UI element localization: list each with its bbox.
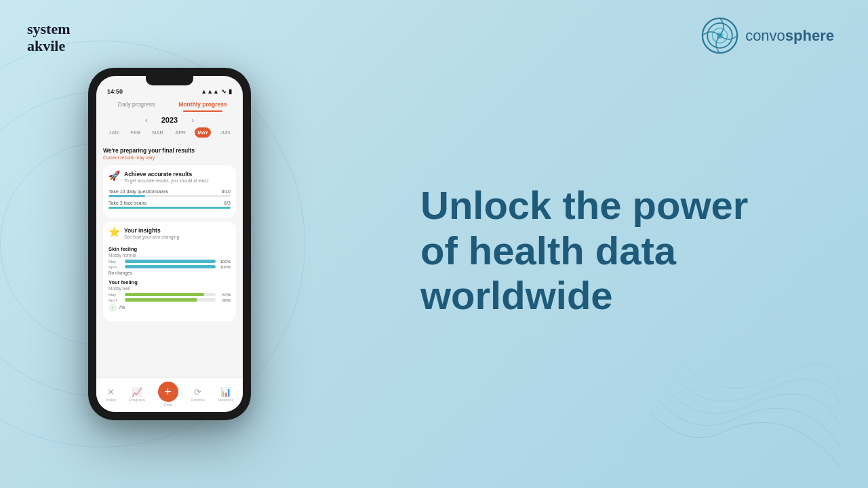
- month-apr[interactable]: APR: [172, 127, 188, 138]
- nav-statistics[interactable]: 📊 Statistics: [218, 387, 234, 402]
- accurate-results-card: 🚀 Achieve accurate results To get accura…: [103, 165, 236, 218]
- insights-title-area: Your insights See how your skin changing: [124, 227, 179, 240]
- skin-may-bar-fill: [125, 260, 216, 263]
- nav-today-label: Today: [105, 398, 116, 402]
- add-data-button[interactable]: +: [158, 382, 178, 402]
- feeling-may-bar-bg: [125, 293, 216, 296]
- month-mar[interactable]: MAR: [149, 127, 166, 138]
- your-feeling-label: Your feeling: [108, 279, 231, 285]
- month-jan[interactable]: JAN: [106, 127, 121, 138]
- calendar-next-arrow[interactable]: ›: [191, 116, 194, 124]
- insights-card: ⭐ Your insights See how your skin changi…: [103, 222, 236, 321]
- month-may[interactable]: MAY: [195, 127, 211, 138]
- nav-routine-label: Routine: [191, 398, 205, 402]
- card-header: 🚀 Achieve accurate results To get accura…: [108, 171, 231, 184]
- status-time: 14:50: [107, 88, 123, 95]
- feeling-april-pct: 80%: [218, 298, 231, 302]
- skin-april-bar-bg: [125, 265, 216, 268]
- insights-title: Your insights: [124, 227, 179, 234]
- nav-today[interactable]: ✕ Today: [105, 387, 116, 402]
- feeling-april-bar-fill: [125, 298, 197, 302]
- preparing-subtitle: Current results may vary: [103, 155, 236, 160]
- convosphere-icon: [701, 17, 738, 54]
- feeling-may-pct: 87%: [218, 293, 231, 297]
- feeling-april-bar-row: April 80%: [108, 298, 231, 302]
- skin-april-bar-fill: [125, 265, 216, 268]
- feeling-may-label: May: [108, 293, 122, 297]
- feeling-change: ↑ 7%: [108, 304, 231, 312]
- skin-may-bar-bg: [125, 260, 216, 263]
- progress-icon: 📈: [132, 387, 142, 397]
- month-feb[interactable]: FEB: [127, 127, 143, 138]
- calendar-months: JAN FEB MAR APR MAY JUN: [103, 127, 236, 138]
- tab-monthly-progress[interactable]: Monthly progress: [170, 98, 236, 112]
- feeling-april-bar-bg: [125, 298, 216, 302]
- task-questionnaires-label: Take 10 daily questionnaires: [108, 189, 168, 194]
- task-questionnaires: Take 10 daily questionnaires 3/10: [108, 189, 231, 197]
- phone-screen: 14:50 ▲▲▲ ∿ ▮ Daily progress Monthly pro…: [96, 76, 243, 412]
- battery-icon: ▮: [229, 88, 232, 95]
- month-jun[interactable]: JUN: [218, 127, 233, 138]
- preparing-section: We're preparing your final results Curre…: [103, 146, 236, 161]
- calendar-year: 2023: [161, 116, 178, 124]
- brand-logo-system-akvile: system akvile: [27, 20, 71, 55]
- skin-april-label: April: [108, 265, 122, 269]
- task-questionnaires-bar-bg: [108, 195, 231, 197]
- skin-change: No changes: [108, 270, 231, 275]
- phone-notch: [146, 76, 193, 85]
- task-face-scans-label: Take 3 face scans: [108, 201, 146, 205]
- headline-text: Unlock the power of health data worldwid…: [420, 183, 814, 319]
- insights-subtitle: See how your skin changing: [124, 235, 179, 240]
- skin-may-pct: 100%: [218, 260, 231, 264]
- card-subtitle: To get accurate results, you should at l…: [124, 178, 209, 184]
- brand-logo-convosphere: convosphere: [701, 17, 834, 54]
- task-face-scans-bar-bg: [108, 207, 231, 209]
- calendar-prev-arrow[interactable]: ‹: [145, 116, 148, 124]
- bottom-navigation: ✕ Today 📈 Progress + Data ⟳ Routine 📊: [96, 378, 243, 412]
- statistics-icon: 📊: [220, 387, 231, 397]
- phone-frame: 14:50 ▲▲▲ ∿ ▮ Daily progress Monthly pro…: [88, 68, 251, 420]
- your-feeling-sublabel: Mostly well: [108, 286, 231, 291]
- signal-icon: ▲▲▲: [201, 88, 219, 95]
- today-icon: ✕: [107, 387, 115, 397]
- card-title-area: Achieve accurate results To get accurate…: [124, 171, 209, 184]
- your-feeling-metric: Your feeling Mostly well May 87%: [108, 279, 231, 312]
- your-feeling-bars: May 87% April 80: [108, 293, 231, 302]
- decorative-lines: [651, 332, 841, 468]
- feeling-may-bar-fill: [125, 293, 204, 296]
- star-icon: ⭐: [108, 227, 120, 237]
- feeling-april-label: April: [108, 298, 122, 302]
- convosphere-text-label: convosphere: [745, 27, 834, 45]
- feeling-change-badge: ↑: [108, 304, 117, 312]
- skin-change-text: No changes: [108, 270, 132, 275]
- tab-daily-progress[interactable]: Daily progress: [103, 98, 170, 112]
- skin-may-label: May: [108, 260, 122, 264]
- routine-icon: ⟳: [194, 387, 201, 397]
- skin-may-bar-row: May 100%: [108, 260, 231, 264]
- wifi-icon: ∿: [221, 88, 226, 95]
- feeling-may-bar-row: May 87%: [108, 293, 231, 297]
- skin-april-bar-row: April 100%: [108, 265, 231, 269]
- phone-mockup: 14:50 ▲▲▲ ∿ ▮ Daily progress Monthly pro…: [88, 68, 251, 420]
- skin-feeling-metric: Skin feeling Mostly normal May 100%: [108, 246, 231, 275]
- nav-routine[interactable]: ⟳ Routine: [191, 387, 205, 402]
- nav-data-add[interactable]: + Data: [158, 382, 178, 407]
- progress-tabs: Daily progress Monthly progress: [96, 98, 243, 112]
- skin-april-pct: 100%: [218, 265, 231, 269]
- task-questionnaires-bar-fill: [108, 195, 145, 197]
- screen-content: We're preparing your final results Curre…: [96, 142, 243, 378]
- status-icons: ▲▲▲ ∿ ▮: [201, 88, 232, 95]
- skin-feeling-bars: May 100% April 1: [108, 260, 231, 269]
- calendar-section: ‹ 2023 › JAN FEB MAR APR MAY JUN: [96, 112, 243, 142]
- nav-progress[interactable]: 📈 Progress: [129, 387, 145, 402]
- nav-data-label: Data: [163, 403, 172, 407]
- task-questionnaires-value: 3/10: [221, 189, 231, 194]
- nav-statistics-label: Statistics: [218, 398, 234, 402]
- rocket-icon: 🚀: [108, 171, 120, 180]
- preparing-title: We're preparing your final results: [103, 147, 236, 154]
- task-face-scans: Take 3 face scans 6/3: [108, 201, 231, 209]
- feeling-change-value: 7%: [119, 305, 125, 310]
- card-title: Achieve accurate results: [124, 171, 209, 178]
- task-face-scans-bar-fill: [108, 207, 231, 209]
- nav-progress-label: Progress: [129, 398, 145, 402]
